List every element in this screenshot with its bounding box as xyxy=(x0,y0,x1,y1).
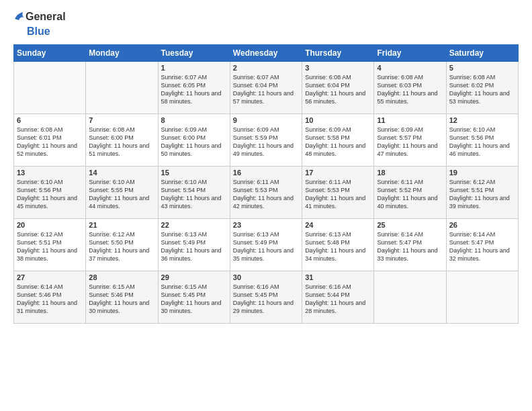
calendar-cell: 10Sunrise: 6:09 AMSunset: 5:58 PMDayligh… xyxy=(302,114,374,167)
day-number: 13 xyxy=(17,169,83,177)
day-header-wednesday: Wednesday xyxy=(230,45,302,62)
calendar-cell: 7Sunrise: 6:08 AMSunset: 6:00 PMDaylight… xyxy=(86,114,158,167)
day-number: 22 xyxy=(161,221,227,229)
calendar-cell: 25Sunrise: 6:14 AMSunset: 5:47 PMDayligh… xyxy=(374,219,446,271)
day-header-thursday: Thursday xyxy=(302,45,374,62)
cell-info: Sunrise: 6:14 AMSunset: 5:47 PMDaylight:… xyxy=(377,230,443,263)
cell-info: Sunrise: 6:14 AMSunset: 5:46 PMDaylight:… xyxy=(17,283,83,316)
cell-info: Sunrise: 6:09 AMSunset: 5:57 PMDaylight:… xyxy=(377,126,443,158)
day-number: 26 xyxy=(449,221,515,229)
day-header-friday: Friday xyxy=(374,45,446,62)
logo-blue-text: Blue xyxy=(27,26,50,38)
day-number: 3 xyxy=(305,64,371,72)
week-row-1: 1Sunrise: 6:07 AMSunset: 6:05 PMDaylight… xyxy=(14,62,519,114)
day-number: 25 xyxy=(377,221,443,229)
cell-info: Sunrise: 6:11 AMSunset: 5:52 PMDaylight:… xyxy=(377,178,443,211)
cell-info: Sunrise: 6:07 AMSunset: 6:04 PMDaylight:… xyxy=(233,73,299,106)
day-number: 6 xyxy=(17,116,83,124)
cell-info: Sunrise: 6:10 AMSunset: 5:54 PMDaylight:… xyxy=(161,178,227,211)
week-row-3: 13Sunrise: 6:10 AMSunset: 5:56 PMDayligh… xyxy=(14,167,519,219)
calendar-cell: 24Sunrise: 6:13 AMSunset: 5:48 PMDayligh… xyxy=(302,219,374,271)
calendar-cell: 8Sunrise: 6:09 AMSunset: 6:00 PMDaylight… xyxy=(158,114,230,167)
cell-info: Sunrise: 6:13 AMSunset: 5:49 PMDaylight:… xyxy=(233,230,299,263)
cell-info: Sunrise: 6:10 AMSunset: 5:55 PMDaylight:… xyxy=(89,178,154,211)
day-number: 31 xyxy=(305,273,371,281)
cell-info: Sunrise: 6:15 AMSunset: 5:46 PMDaylight:… xyxy=(89,283,154,316)
logo-bird-icon xyxy=(13,11,26,23)
day-header-tuesday: Tuesday xyxy=(158,45,230,62)
calendar-cell: 27Sunrise: 6:14 AMSunset: 5:46 PMDayligh… xyxy=(14,271,86,324)
day-number: 1 xyxy=(161,64,227,72)
calendar-cell: 19Sunrise: 6:12 AMSunset: 5:51 PMDayligh… xyxy=(446,167,518,219)
day-number: 15 xyxy=(161,169,227,177)
calendar-cell xyxy=(86,62,158,114)
cell-info: Sunrise: 6:16 AMSunset: 5:44 PMDaylight:… xyxy=(305,283,371,316)
cell-info: Sunrise: 6:07 AMSunset: 6:05 PMDaylight:… xyxy=(161,73,227,106)
calendar-cell: 1Sunrise: 6:07 AMSunset: 6:05 PMDaylight… xyxy=(158,62,230,114)
calendar-cell xyxy=(14,62,86,114)
day-number: 4 xyxy=(377,64,443,72)
day-number: 2 xyxy=(233,64,299,72)
cell-info: Sunrise: 6:08 AMSunset: 6:03 PMDaylight:… xyxy=(377,73,443,106)
cell-info: Sunrise: 6:09 AMSunset: 5:59 PMDaylight:… xyxy=(233,126,299,158)
calendar-cell: 31Sunrise: 6:16 AMSunset: 5:44 PMDayligh… xyxy=(302,271,374,324)
cell-info: Sunrise: 6:15 AMSunset: 5:45 PMDaylight:… xyxy=(161,283,227,316)
cell-info: Sunrise: 6:08 AMSunset: 6:00 PMDaylight:… xyxy=(89,126,154,158)
calendar-cell: 29Sunrise: 6:15 AMSunset: 5:45 PMDayligh… xyxy=(158,271,230,324)
calendar-page: GeneralBlue SundayMondayTuesdayWednesday… xyxy=(0,0,532,411)
day-number: 29 xyxy=(161,273,227,281)
cell-info: Sunrise: 6:09 AMSunset: 5:58 PMDaylight:… xyxy=(305,126,371,158)
logo: GeneralBlue xyxy=(13,11,66,38)
calendar-cell: 14Sunrise: 6:10 AMSunset: 5:55 PMDayligh… xyxy=(86,167,158,219)
day-number: 30 xyxy=(233,273,299,281)
day-header-saturday: Saturday xyxy=(446,45,518,62)
calendar-cell: 18Sunrise: 6:11 AMSunset: 5:52 PMDayligh… xyxy=(374,167,446,219)
cell-info: Sunrise: 6:08 AMSunset: 6:01 PMDaylight:… xyxy=(17,126,83,158)
calendar-cell xyxy=(374,271,446,324)
calendar-cell: 28Sunrise: 6:15 AMSunset: 5:46 PMDayligh… xyxy=(86,271,158,324)
day-number: 28 xyxy=(89,273,154,281)
calendar-cell: 3Sunrise: 6:08 AMSunset: 6:04 PMDaylight… xyxy=(302,62,374,114)
cell-info: Sunrise: 6:12 AMSunset: 5:50 PMDaylight:… xyxy=(89,230,154,263)
header-row: SundayMondayTuesdayWednesdayThursdayFrid… xyxy=(14,45,519,62)
day-number: 21 xyxy=(89,221,154,229)
cell-info: Sunrise: 6:12 AMSunset: 5:51 PMDaylight:… xyxy=(449,178,515,211)
day-number: 14 xyxy=(89,169,154,177)
day-number: 9 xyxy=(233,116,299,124)
calendar-cell: 12Sunrise: 6:10 AMSunset: 5:56 PMDayligh… xyxy=(446,114,518,167)
cell-info: Sunrise: 6:13 AMSunset: 5:49 PMDaylight:… xyxy=(161,230,227,263)
cell-info: Sunrise: 6:11 AMSunset: 5:53 PMDaylight:… xyxy=(305,178,371,211)
cell-info: Sunrise: 6:12 AMSunset: 5:51 PMDaylight:… xyxy=(17,230,83,263)
logo-general-text: General xyxy=(26,11,66,23)
calendar-cell: 15Sunrise: 6:10 AMSunset: 5:54 PMDayligh… xyxy=(158,167,230,219)
calendar-cell xyxy=(446,271,518,324)
calendar-cell: 6Sunrise: 6:08 AMSunset: 6:01 PMDaylight… xyxy=(14,114,86,167)
calendar-cell: 20Sunrise: 6:12 AMSunset: 5:51 PMDayligh… xyxy=(14,219,86,271)
calendar-cell: 11Sunrise: 6:09 AMSunset: 5:57 PMDayligh… xyxy=(374,114,446,167)
day-number: 7 xyxy=(89,116,154,124)
cell-info: Sunrise: 6:10 AMSunset: 5:56 PMDaylight:… xyxy=(17,178,83,211)
cell-info: Sunrise: 6:11 AMSunset: 5:53 PMDaylight:… xyxy=(233,178,299,211)
cell-info: Sunrise: 6:16 AMSunset: 5:45 PMDaylight:… xyxy=(233,283,299,316)
calendar-cell: 13Sunrise: 6:10 AMSunset: 5:56 PMDayligh… xyxy=(14,167,86,219)
calendar-cell: 23Sunrise: 6:13 AMSunset: 5:49 PMDayligh… xyxy=(230,219,302,271)
calendar-cell: 30Sunrise: 6:16 AMSunset: 5:45 PMDayligh… xyxy=(230,271,302,324)
calendar-cell: 17Sunrise: 6:11 AMSunset: 5:53 PMDayligh… xyxy=(302,167,374,219)
header: GeneralBlue xyxy=(13,11,519,38)
day-number: 10 xyxy=(305,116,371,124)
day-number: 19 xyxy=(449,169,515,177)
day-number: 8 xyxy=(161,116,227,124)
week-row-4: 20Sunrise: 6:12 AMSunset: 5:51 PMDayligh… xyxy=(14,219,519,271)
calendar-cell: 26Sunrise: 6:14 AMSunset: 5:47 PMDayligh… xyxy=(446,219,518,271)
day-number: 20 xyxy=(17,221,83,229)
calendar-cell: 22Sunrise: 6:13 AMSunset: 5:49 PMDayligh… xyxy=(158,219,230,271)
cell-info: Sunrise: 6:09 AMSunset: 6:00 PMDaylight:… xyxy=(161,126,227,158)
cell-info: Sunrise: 6:13 AMSunset: 5:48 PMDaylight:… xyxy=(305,230,371,263)
day-header-sunday: Sunday xyxy=(14,45,86,62)
calendar-cell: 21Sunrise: 6:12 AMSunset: 5:50 PMDayligh… xyxy=(86,219,158,271)
day-number: 17 xyxy=(305,169,371,177)
day-header-monday: Monday xyxy=(86,45,158,62)
calendar-cell: 4Sunrise: 6:08 AMSunset: 6:03 PMDaylight… xyxy=(374,62,446,114)
day-number: 11 xyxy=(377,116,443,124)
cell-info: Sunrise: 6:08 AMSunset: 6:04 PMDaylight:… xyxy=(305,73,371,106)
